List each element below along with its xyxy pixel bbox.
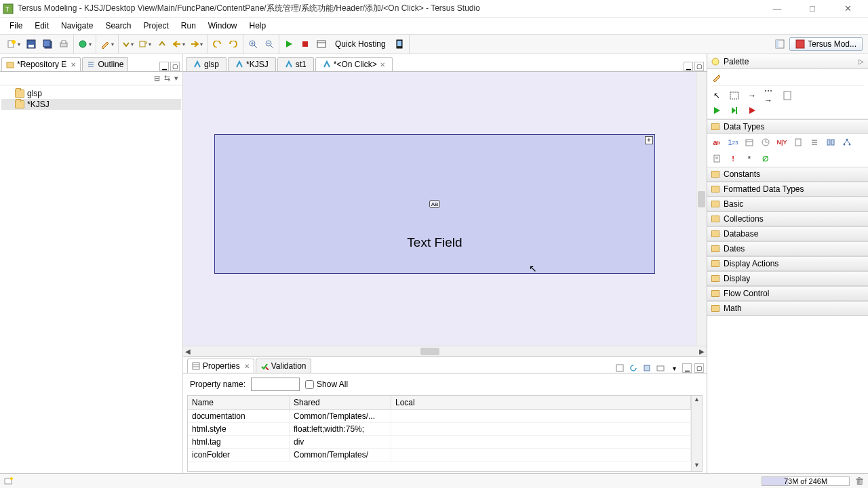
editor-tab-glsp[interactable]: glsp xyxy=(186,57,226,71)
save-all-button[interactable] xyxy=(41,37,54,52)
table-cell[interactable]: Common/Templates/ xyxy=(290,449,391,462)
editor-tab-st1[interactable]: st1 xyxy=(277,57,314,71)
gc-button[interactable]: 🗑 xyxy=(855,476,864,486)
menu-edit[interactable]: Edit xyxy=(29,20,54,32)
print-button[interactable] xyxy=(57,37,71,52)
type-null-icon[interactable]: ∅ xyxy=(760,153,771,164)
palette-cat-displayactions[interactable]: Display Actions xyxy=(707,256,868,271)
close-icon[interactable]: ✕ xyxy=(380,61,385,68)
palette-cat-collections[interactable]: Collections xyxy=(707,211,868,226)
type-number-icon[interactable]: 123 xyxy=(728,137,738,148)
connection-tool[interactable]: → xyxy=(747,90,757,101)
close-button[interactable]: ✕ xyxy=(835,3,860,14)
palette-cat-display[interactable]: Display xyxy=(707,271,868,286)
chevron-right-icon[interactable]: ▷ xyxy=(859,58,864,65)
expand-icon[interactable]: + xyxy=(645,136,653,144)
repository-tree[interactable]: glsp *KJSJ xyxy=(0,85,182,473)
horizontal-scrollbar[interactable]: ◀ ▶ xyxy=(183,346,707,357)
property-name-input[interactable] xyxy=(251,378,300,391)
palette-cat-constants[interactable]: Constants xyxy=(707,167,868,182)
pin-button[interactable] xyxy=(642,363,652,373)
minimize-editor-button[interactable]: ▁ xyxy=(684,62,693,71)
type-error-icon[interactable]: ! xyxy=(728,153,738,164)
table-cell[interactable]: iconFolder xyxy=(188,449,290,462)
palette-cat-database[interactable]: Database xyxy=(707,226,868,241)
select-tool[interactable]: ↖ xyxy=(711,90,722,101)
filter-button[interactable] xyxy=(655,363,666,373)
console-button[interactable] xyxy=(315,37,328,52)
type-text-icon[interactable]: ab xyxy=(711,137,722,148)
col-header-shared[interactable]: Shared xyxy=(290,396,391,410)
table-cell[interactable]: documentation xyxy=(188,410,290,423)
menu-file[interactable]: File xyxy=(4,20,28,32)
redo-nav-button[interactable] xyxy=(226,37,240,52)
type-date-icon[interactable] xyxy=(744,137,755,148)
canvas-component[interactable]: + AB Text Field xyxy=(214,134,655,274)
table-cell[interactable]: html.tag xyxy=(188,436,290,449)
type-time-icon[interactable] xyxy=(760,137,771,148)
undo-nav-button[interactable] xyxy=(210,37,224,52)
dotted-connection-tool[interactable]: ⋯→ xyxy=(764,90,775,101)
type-tree-icon[interactable] xyxy=(842,137,852,148)
type-file-icon[interactable] xyxy=(793,137,804,148)
table-cell[interactable] xyxy=(391,423,691,436)
tab-validation[interactable]: Validation xyxy=(256,359,311,373)
nav-down-button[interactable]: ▾ xyxy=(121,37,135,52)
table-cell[interactable]: float:left;width:75%; xyxy=(290,423,391,436)
device-button[interactable] xyxy=(393,37,406,52)
stop-button[interactable] xyxy=(298,37,312,52)
minimize-button[interactable]: — xyxy=(765,3,789,14)
palette-header[interactable]: Palette ▷ xyxy=(707,54,868,69)
edit-tool-button[interactable]: ▾ xyxy=(99,37,115,52)
type-doc-icon[interactable] xyxy=(711,153,722,164)
stop-tool[interactable] xyxy=(747,105,757,116)
collapse-all-button[interactable]: ⊟ xyxy=(154,74,160,83)
open-perspective-button[interactable] xyxy=(773,37,787,52)
col-header-name[interactable]: Name xyxy=(188,396,290,410)
show-all-checkbox[interactable]: Show All xyxy=(305,380,348,389)
palette-cat-dates[interactable]: Dates xyxy=(707,241,868,256)
nav-up-button[interactable] xyxy=(155,37,169,52)
table-cell[interactable]: Common/Templates/... xyxy=(290,410,391,423)
type-list-icon[interactable] xyxy=(809,137,820,148)
maximize-view-button[interactable]: ▢ xyxy=(170,62,180,71)
refresh-button[interactable] xyxy=(628,363,639,373)
table-cell[interactable]: html.style xyxy=(188,423,290,436)
perspective-switcher[interactable]: Tersus Mod... xyxy=(789,37,863,51)
col-header-local[interactable]: Local xyxy=(391,396,691,410)
minimize-view-button[interactable]: ▁ xyxy=(159,62,169,71)
maximize-editor-button[interactable]: ▢ xyxy=(694,62,704,71)
close-icon[interactable]: ✕ xyxy=(244,363,250,370)
maximize-view-button[interactable]: ▢ xyxy=(694,363,704,373)
maximize-button[interactable]: □ xyxy=(800,3,825,14)
vertical-scrollbar[interactable] xyxy=(696,72,707,346)
note-tool[interactable] xyxy=(782,90,793,101)
view-menu-button[interactable]: ▾ xyxy=(669,363,679,373)
diagram-canvas[interactable]: + AB Text Field ↖ xyxy=(183,72,696,346)
link-editor-button[interactable]: ⇆ xyxy=(164,74,170,83)
type-any-icon[interactable]: * xyxy=(744,153,755,164)
menu-navigate[interactable]: Navigate xyxy=(56,20,98,32)
tree-item-glsp[interactable]: glsp xyxy=(1,88,181,99)
palette-cat-datatypes[interactable]: Data Types xyxy=(707,119,868,134)
tab-outline[interactable]: Outline xyxy=(82,57,128,71)
menu-search[interactable]: Search xyxy=(100,20,136,32)
type-boolean-icon[interactable]: N|Y xyxy=(776,137,787,148)
palette-cat-flowcontrol[interactable]: Flow Control xyxy=(707,286,868,301)
show-all-input[interactable] xyxy=(305,380,314,389)
view-menu-button[interactable]: ▾ xyxy=(174,74,178,83)
forward-button[interactable]: ▾ xyxy=(189,37,204,52)
new-button[interactable]: ▾ xyxy=(5,37,22,52)
debug-button[interactable]: ▾ xyxy=(77,37,93,52)
palette-cat-basic[interactable]: Basic xyxy=(707,197,868,211)
properties-table[interactable]: Name Shared Local documentation Common/T… xyxy=(188,396,691,471)
tree-item-kjsj[interactable]: *KJSJ xyxy=(1,99,181,110)
menu-project[interactable]: Project xyxy=(138,20,174,32)
show-categories-button[interactable] xyxy=(614,363,625,373)
table-cell[interactable] xyxy=(391,436,691,449)
quick-hosting-button[interactable]: Quick Hosting xyxy=(331,37,390,52)
zoom-in-button[interactable] xyxy=(246,37,260,52)
menu-help[interactable]: Help xyxy=(244,20,272,32)
palette-cat-math[interactable]: Math xyxy=(707,301,868,316)
table-cell[interactable] xyxy=(391,410,691,423)
